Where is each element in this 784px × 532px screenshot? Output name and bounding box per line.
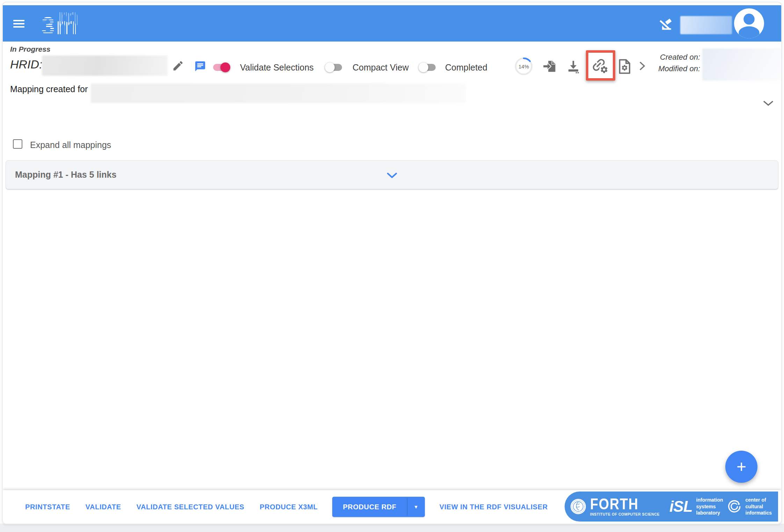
- isl-wordmark: iSL: [669, 499, 692, 514]
- progress-percent: 14%: [514, 57, 533, 76]
- link-gear-icon: [591, 57, 610, 75]
- validate-button[interactable]: VALIDATE: [85, 502, 122, 512]
- dates-labels: Created on: Modified on:: [658, 51, 700, 74]
- file-gear-icon: [617, 58, 631, 75]
- chevron-right-icon: [639, 60, 646, 72]
- person-icon: [734, 8, 764, 38]
- app-logo-3m: m 3 m: [41, 9, 77, 39]
- mapping-accordion[interactable]: Mapping #1 - Has 5 links: [6, 160, 778, 189]
- validate-selected-values-button[interactable]: VALIDATE SELECTED VALUES: [136, 502, 245, 512]
- hamburger-icon: [13, 20, 24, 21]
- created-on-label: Created on:: [658, 51, 700, 63]
- cci-subtitle: center of cultural informatics: [746, 497, 772, 516]
- mapping-created-for-label: Mapping created for: [10, 84, 88, 94]
- produce-rdf-dropdown-button[interactable]: ▼: [407, 497, 425, 517]
- toggle-validate-selections-label: Validate Selections: [240, 62, 314, 73]
- caret-down-icon: ▼: [414, 504, 419, 510]
- edit-hrid-button[interactable]: [172, 60, 184, 72]
- view-rdf-visualiser-button[interactable]: VIEW IN THE RDF VISUALISER: [439, 502, 549, 512]
- produce-rdf-split-button: PRODUCE RDF ▼: [332, 497, 424, 517]
- edit-off-icon[interactable]: [659, 17, 674, 32]
- bottom-action-bar: PRINTSTATE VALIDATE VALIDATE SELECTED VA…: [3, 490, 781, 524]
- download-button[interactable]: [566, 59, 581, 74]
- expand-mapping-button[interactable]: [386, 172, 398, 180]
- expand-all-label: Expand all mappings: [30, 140, 111, 150]
- screenshot-canvas: m 3 m In Progress HRI: [0, 0, 784, 532]
- isl-subtitle: information systems laboratory: [696, 497, 723, 516]
- dates-values-redacted: [702, 49, 781, 81]
- add-mapping-fab[interactable]: +: [725, 451, 757, 483]
- hrid-label: HRID:: [10, 58, 43, 71]
- modified-on-label: Modified on:: [658, 63, 700, 74]
- toggle-completed[interactable]: [420, 64, 436, 71]
- expand-toolbar-button[interactable]: [639, 60, 646, 72]
- mapping-created-for-redacted: [91, 83, 466, 103]
- window-bottom-gap: [0, 524, 784, 532]
- toggle-validate-selections[interactable]: [213, 64, 229, 71]
- hrid-value-redacted: [42, 56, 168, 76]
- forth-branding-block: FORTH INSTITUTE OF COMPUTER SCIENCE iSL …: [565, 492, 778, 522]
- printstate-button[interactable]: PRINTSTATE: [24, 502, 71, 512]
- username-redacted: [680, 16, 732, 34]
- mapping-title: Mapping #1 - Has 5 links: [15, 170, 116, 180]
- logo-glyph-3: 3: [41, 13, 55, 39]
- collapse-section-button[interactable]: [761, 99, 776, 109]
- pencil-icon: [172, 60, 184, 72]
- status-label: In Progress: [10, 45, 51, 53]
- user-avatar[interactable]: [734, 8, 764, 38]
- chevron-down-blue-icon: [386, 172, 398, 179]
- app-window: m 3 m In Progress HRI: [2, 2, 782, 524]
- toggle-compact-view[interactable]: [326, 64, 342, 71]
- toggle-compact-view-label: Compact View: [353, 62, 409, 73]
- chat-icon: [194, 60, 206, 72]
- generate-links-button[interactable]: [591, 57, 610, 75]
- forth-seal-icon: [570, 498, 586, 515]
- produce-rdf-button[interactable]: PRODUCE RDF: [332, 497, 407, 517]
- cci-logo-icon: [727, 499, 742, 514]
- x3ml-settings-button[interactable]: [617, 58, 631, 75]
- forth-subtitle: INSTITUTE OF COMPUTER SCIENCE: [590, 512, 660, 516]
- completion-progress-ring: 14%: [514, 57, 533, 76]
- download-icon: [566, 59, 581, 74]
- comments-button[interactable]: [194, 60, 206, 72]
- chevron-down-icon: [762, 100, 774, 107]
- logo-glyph-m: m: [56, 13, 77, 39]
- forth-logo-text: FORTH INSTITUTE OF COMPUTER SCIENCE: [590, 497, 666, 516]
- app-header: m 3 m: [3, 5, 781, 42]
- plus-icon: +: [736, 457, 746, 476]
- menu-button[interactable]: [12, 16, 28, 31]
- produce-x3ml-button[interactable]: PRODUCE X3ML: [259, 502, 318, 512]
- toggle-completed-label: Completed: [445, 62, 487, 73]
- forth-wordmark: FORTH: [590, 497, 639, 511]
- expand-all-checkbox[interactable]: [13, 139, 22, 149]
- import-button[interactable]: [542, 59, 557, 74]
- highlight-box: [586, 50, 615, 81]
- import-file-icon: [542, 59, 557, 74]
